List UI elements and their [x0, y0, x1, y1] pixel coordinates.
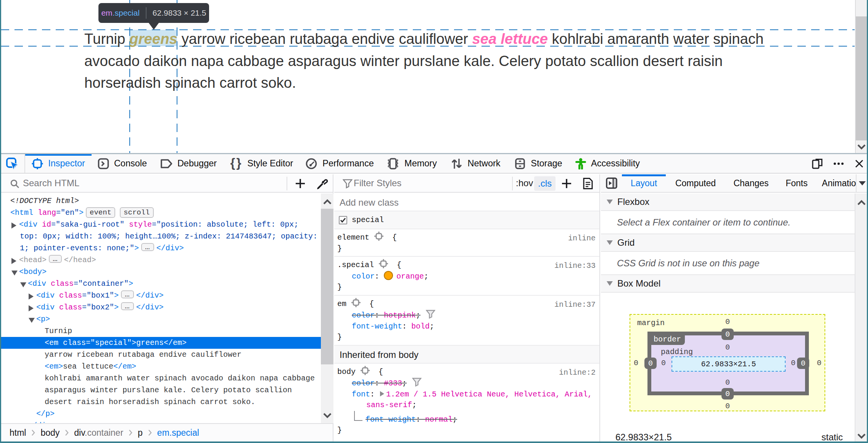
rule-prop[interactable]: color — [352, 272, 375, 281]
tool-tab-console[interactable]: Console — [92, 154, 153, 173]
menu-dots-icon[interactable] — [833, 158, 844, 169]
selector-highlighter-icon[interactable] — [360, 366, 370, 375]
markup-row[interactable]: top: 0px; width: 100%; height…100%; z-in… — [0, 230, 321, 242]
rule-prop[interactable]: color — [352, 311, 375, 320]
sidebar-scrollbar[interactable] — [855, 193, 867, 442]
ellipsis-badge[interactable]: … — [49, 255, 62, 263]
tool-tab-inspector[interactable]: Inspector — [25, 154, 92, 173]
twisty-closed-icon[interactable] — [11, 258, 16, 264]
search-input[interactable]: Search HTML — [23, 178, 79, 188]
rule-prop[interactable]: font — [352, 390, 370, 399]
margin-bottom-value[interactable]: 0 — [725, 402, 730, 411]
all-tabs-menu-button[interactable] — [856, 174, 868, 192]
markup-row[interactable]: <div class="container"> — [0, 278, 321, 290]
scroll-down-arrow-icon[interactable] — [857, 433, 866, 439]
pick-element-button[interactable] — [0, 154, 25, 173]
ellipsis-badge[interactable]: … — [141, 243, 154, 251]
rule-prop[interactable]: color — [352, 379, 375, 388]
breadcrumb-item-p[interactable]: p — [138, 428, 143, 438]
breadcrumb-item-body[interactable]: body — [40, 428, 60, 438]
overridden-filter-icon[interactable] — [412, 377, 422, 387]
close-devtools-icon[interactable] — [854, 159, 864, 169]
rule-source-link[interactable]: inline:33 — [554, 259, 596, 272]
flexbox-section-header[interactable]: Flexbox — [601, 193, 868, 211]
rule-source-link[interactable]: inline:2 — [559, 366, 596, 379]
twisty-open-icon[interactable] — [29, 318, 35, 323]
markup-row[interactable]: <em>sea lettuce</em> — [0, 361, 321, 372]
border-bottom-value[interactable]: 0 — [721, 388, 734, 400]
ellipsis-badge[interactable]: … — [121, 290, 134, 298]
rule-source-link[interactable]: inline:37 — [554, 298, 596, 311]
scroll-up-arrow-icon[interactable] — [857, 200, 866, 206]
border-top-value[interactable]: 0 — [721, 329, 734, 340]
toggle-3-pane-button[interactable] — [601, 174, 622, 192]
twisty-open-icon[interactable] — [20, 282, 26, 287]
padding-top-value[interactable]: 0 — [725, 343, 730, 352]
markup-row[interactable]: asparagus winter purslane kale. Celery p… — [0, 384, 321, 396]
markup-row[interactable]: <body> — [0, 266, 321, 278]
markup-row[interactable]: <div class="box2">…</div> — [0, 301, 321, 313]
scroll-badge[interactable]: scroll — [120, 207, 153, 218]
rule-val[interactable]: normal — [425, 415, 453, 424]
scroll-down-arrow-icon[interactable] — [323, 412, 332, 419]
event-badge[interactable]: event — [86, 207, 115, 218]
markup-row[interactable]: desert raisin horseradish spinach carrot… — [0, 396, 321, 408]
selector-highlighter-icon[interactable] — [374, 231, 384, 241]
class-checkbox[interactable] — [339, 216, 347, 224]
rule-val[interactable]: orange — [396, 272, 424, 281]
rule-val[interactable]: bold — [411, 322, 430, 331]
responsive-design-mode-icon[interactable] — [812, 158, 823, 169]
twisty-open-icon[interactable] — [11, 271, 18, 275]
tool-tab-performance[interactable]: Performance — [300, 154, 380, 173]
markup-row-selected[interactable]: <em class="special">greens</em> — [0, 337, 321, 349]
markup-scrollbar[interactable] — [321, 193, 333, 423]
padding-bottom-value[interactable]: 0 — [725, 378, 730, 387]
markup-row[interactable]: <p> — [0, 313, 321, 325]
page-scrollbar[interactable] — [855, 0, 867, 153]
scroll-up-arrow-icon[interactable] — [323, 199, 332, 205]
print-simulation-icon[interactable] — [582, 177, 594, 190]
margin-right-value[interactable]: 0 — [817, 359, 821, 367]
border-left-value[interactable]: 0 — [644, 358, 657, 369]
markup-row[interactable]: <html lang="en">eventscroll — [0, 207, 321, 219]
selector-highlighter-icon[interactable] — [351, 298, 361, 308]
markup-row[interactable]: 1; pointer-events: none;">…</div> — [0, 242, 321, 254]
page-scrollbar-thumb[interactable] — [856, 16, 867, 140]
add-new-class-row[interactable]: Add new class — [334, 193, 599, 211]
color-swatch-orange[interactable] — [384, 271, 393, 280]
rule-prop[interactable]: font-weight — [352, 322, 402, 331]
sidebar-tab-computed[interactable]: Computed — [666, 174, 725, 192]
rule-val[interactable]: sans-serif — [366, 401, 412, 409]
border-right-value[interactable]: 0 — [797, 358, 809, 369]
twisty-closed-icon[interactable] — [11, 222, 16, 229]
margin-left-value[interactable]: 0 — [634, 359, 638, 367]
markup-row[interactable]: </p> — [0, 408, 321, 420]
breadcrumb-item-div[interactable]: div.container — [74, 428, 123, 438]
overridden-filter-icon[interactable] — [426, 309, 435, 319]
ellipsis-badge[interactable]: … — [121, 302, 134, 310]
markup-row[interactable]: <!DOCTYPE html> — [0, 195, 321, 207]
add-node-button[interactable] — [293, 176, 308, 191]
rule-val[interactable]: 1.2em / 1.5 Helvetica Neue, Helvetica, A… — [386, 390, 592, 399]
sidebar-tab-layout[interactable]: Layout — [622, 174, 666, 192]
tool-tab-accessibility[interactable]: Accessibility — [569, 154, 646, 173]
markup-row[interactable]: <div class="box1">…</div> — [0, 290, 321, 301]
grid-section-header[interactable]: Grid — [601, 234, 868, 252]
twisty-closed-icon[interactable] — [29, 305, 34, 311]
box-model-content-box[interactable]: 62.9833×21.5 — [672, 356, 786, 372]
markup-row[interactable]: </div> — [0, 420, 321, 423]
rule-prop[interactable]: font-weight — [366, 415, 416, 424]
tool-tab-network[interactable]: Network — [444, 154, 508, 173]
tool-tab-storage[interactable]: Storage — [508, 154, 569, 173]
sidebar-tab-fonts[interactable]: Fonts — [777, 174, 816, 192]
markup-scrollbar-thumb[interactable] — [321, 209, 333, 364]
markup-row[interactable]: <div id="saka-gui-root" style="position:… — [0, 219, 321, 230]
scroll-down-arrow-icon[interactable] — [857, 144, 866, 150]
tool-tab-debugger[interactable]: Debugger — [153, 154, 224, 173]
padding-left-value[interactable]: 0 — [661, 359, 666, 367]
pseudo-class-hov-button[interactable]: :hov — [516, 178, 533, 188]
rule-val[interactable]: #333 — [384, 379, 402, 388]
markup-row[interactable]: <head>…</head> — [0, 254, 321, 266]
tool-tab-memory[interactable]: Memory — [380, 154, 444, 173]
tool-tab-styleeditor[interactable]: {}Style Editor — [224, 154, 300, 173]
